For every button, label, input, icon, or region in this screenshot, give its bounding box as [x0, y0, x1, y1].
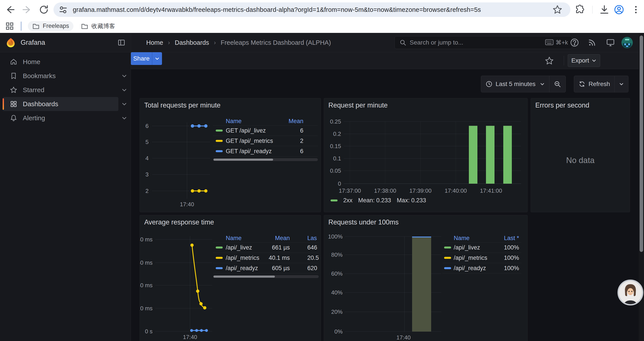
back-icon[interactable] [5, 5, 15, 15]
sidebar-item-bookmarks[interactable]: Bookmarks [3, 69, 118, 83]
breadcrumb-item[interactable]: Home [146, 39, 163, 46]
svg-text:0.15: 0.15 [330, 143, 341, 149]
legend-column-header[interactable]: Name [226, 118, 242, 124]
legend-scrollbar-thumb[interactable] [214, 276, 275, 278]
share-dropdown-button[interactable] [152, 52, 162, 65]
forward-icon[interactable] [22, 5, 32, 15]
time-range-picker[interactable]: Last 5 minutes [481, 76, 549, 92]
user-avatar[interactable] [622, 37, 633, 48]
search-input[interactable]: Search or jump to... ⌘+k [394, 36, 572, 49]
bookmark-folder-freeleaps[interactable]: Freeleaps [28, 21, 74, 31]
legend-column-header[interactable]: Mean [246, 235, 290, 241]
series-name[interactable]: GET /api/_readyz [226, 148, 272, 155]
series-value: 100% [484, 254, 519, 261]
series-color-dash [444, 247, 451, 249]
sidebar-header: Grafana [0, 33, 131, 52]
favorite-star-icon[interactable] [545, 56, 554, 65]
legend-scrollbar[interactable] [213, 158, 318, 161]
legend-column-header[interactable]: Name [454, 235, 470, 241]
bookmark-star-icon[interactable] [552, 5, 562, 15]
svg-text:0%: 0% [334, 328, 342, 335]
sidebar-item-starred[interactable]: Starred [3, 83, 118, 97]
legend-row: GET /api/_metrics2 [213, 136, 318, 146]
share-button-main[interactable]: Share [131, 52, 152, 65]
reload-icon[interactable] [38, 5, 49, 15]
assistant-avatar[interactable] [617, 279, 644, 306]
series-color-dash [216, 140, 223, 142]
grafana-logo-icon[interactable] [6, 38, 16, 48]
legend-scrollbar[interactable] [213, 275, 319, 278]
svg-text:0.25: 0.25 [330, 118, 341, 125]
news-rss-icon[interactable] [587, 38, 597, 47]
sidebar-item-dashboards[interactable]: Dashboards [3, 97, 118, 111]
sidebar-item-home[interactable]: Home [3, 55, 118, 69]
url-bar[interactable]: grafana.mathmast.com/d/deytv4rwavabkb/fr… [54, 3, 570, 17]
svg-text:60 ms: 60 ms [140, 259, 152, 266]
bookmark-folder-blogs[interactable]: 收藏博客 [76, 21, 120, 31]
share-button: Share [131, 52, 162, 65]
series-value: 646 [307, 244, 319, 251]
series-name[interactable]: /api/_livez [454, 244, 480, 251]
apps-grid-icon[interactable] [5, 21, 14, 31]
chevron-down-icon [592, 58, 596, 63]
url-text[interactable]: grafana.mathmast.com/d/deytv4rwavabkb/fr… [73, 6, 552, 14]
no-data-message: No data [531, 156, 630, 165]
kiosk-monitor-icon[interactable] [606, 38, 615, 47]
legend-column-header[interactable]: Mean [270, 118, 303, 124]
downloads-icon[interactable] [599, 5, 610, 15]
search-shortcut: ⌘+k [545, 39, 568, 46]
chevron-down-icon[interactable] [122, 87, 127, 93]
profile-icon[interactable] [614, 5, 624, 15]
svg-text:40 ms: 40 ms [140, 282, 152, 288]
chevron-down-icon[interactable] [122, 73, 127, 79]
bookmarks-bar: Freeleaps 收藏博客 [0, 19, 644, 33]
breadcrumb-item[interactable]: Freeleaps Metrics Dashboard (ALPHA) [221, 39, 331, 46]
svg-text:17:41:00: 17:41:00 [480, 187, 502, 194]
chevron-down-icon[interactable] [122, 115, 127, 121]
series-name[interactable]: GET /api/_metrics [226, 138, 273, 144]
extensions-icon[interactable] [575, 5, 585, 15]
sidebar: Grafana HomeBookmarksStarredDashboardsAl… [0, 33, 131, 341]
series-name[interactable]: GET /api/_livez [226, 127, 266, 134]
actions-divider [564, 56, 564, 65]
dock-menu-icon[interactable] [117, 38, 126, 47]
series-name[interactable]: /api/_readyz [454, 265, 486, 272]
series-name[interactable]: 2xx [343, 197, 352, 204]
chevron-down-icon[interactable] [122, 101, 127, 107]
panel-title[interactable]: Errors per second [535, 101, 589, 109]
zoom-out-button[interactable] [549, 76, 566, 92]
search-icon [399, 39, 406, 46]
series-color-dash [216, 130, 223, 132]
refresh-interval-dropdown[interactable] [614, 76, 628, 92]
folder-icon [32, 22, 40, 30]
help-icon[interactable] [570, 38, 579, 47]
sidebar-item-alerting[interactable]: Alerting [3, 111, 118, 125]
series-value: 661 µs [246, 244, 290, 251]
svg-text:4: 4 [146, 155, 148, 162]
export-button[interactable]: Export [568, 54, 600, 67]
app-header: Home›Dashboards›Freeleaps Metrics Dashbo… [131, 33, 644, 52]
legend-scrollbar-thumb[interactable] [214, 159, 273, 161]
series-color-dash [216, 267, 223, 269]
site-settings-icon[interactable] [58, 5, 68, 15]
series-value: 605 µs [246, 265, 290, 272]
legend-row: /api/_metrics40.1 ms20.5 r [213, 253, 319, 263]
scrollbar-thumb[interactable] [640, 36, 643, 252]
breadcrumb-item[interactable]: Dashboards [175, 39, 209, 46]
legend: 2xx Mean: 0.233 Max: 0.233 [330, 197, 426, 204]
browser-toolbar: grafana.mathmast.com/d/deytv4rwavabkb/fr… [0, 0, 644, 19]
refresh-control: Refresh [574, 76, 628, 92]
bookmark-icon [10, 72, 18, 80]
legend-header-row: NameMean [213, 117, 318, 126]
legend-column-header[interactable]: Las [307, 235, 319, 241]
panel-total-requests: Total requests per minute 6543217:40 Nam… [140, 98, 321, 212]
svg-text:6: 6 [146, 123, 148, 129]
legend-column-header[interactable]: Name [226, 235, 242, 241]
series-name[interactable]: /api/_metrics [454, 254, 487, 261]
series-value: 6 [270, 127, 303, 134]
browser-menu-icon[interactable] [631, 5, 641, 15]
svg-text:80 ms: 80 ms [140, 236, 152, 243]
refresh-button[interactable]: Refresh [574, 76, 614, 92]
refresh-icon [578, 81, 586, 88]
legend-column-header[interactable]: Last * [484, 235, 519, 241]
